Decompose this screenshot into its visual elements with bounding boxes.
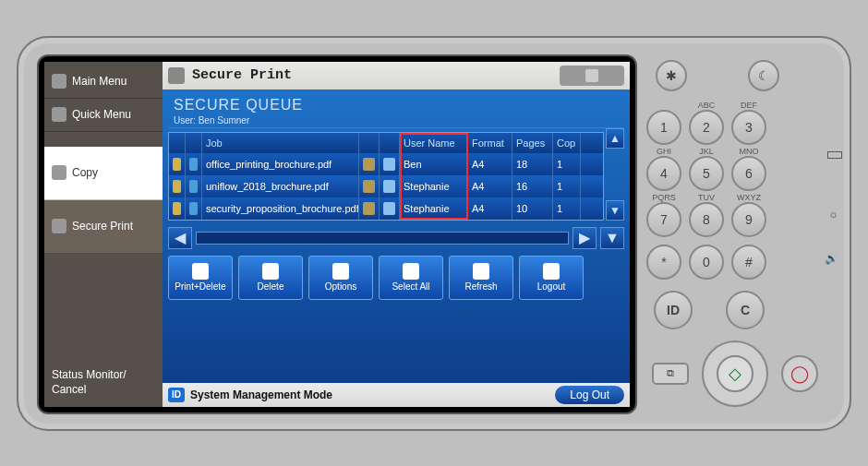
stop-key[interactable]: ◯ [781,355,818,392]
lock-icon [173,158,181,171]
logout-button[interactable]: Logout [519,256,584,300]
settings-key[interactable]: ✱ [656,60,687,91]
system-mode-label: System Management Mode [190,388,332,401]
key-letters-4: GHI [646,147,681,156]
cell-format: A4 [468,175,512,197]
user-icon [363,202,375,215]
key-3[interactable]: 3 [731,110,766,145]
cell-user: Stephanie [400,175,468,197]
clear-key[interactable]: C [726,291,765,329]
cell-copies: 1 [553,175,581,197]
refresh-button[interactable]: Refresh [449,256,513,300]
key-1[interactable]: 1 [646,110,681,145]
col-format: Format [468,133,512,153]
col-a [359,133,380,153]
scroll-left[interactable]: ◀ [168,227,192,249]
status-monitor-cancel[interactable]: Status Monitor/ Cancel [44,363,163,406]
btn-label: Logout [537,281,566,292]
cell-user: Ben [400,153,468,175]
sidebar-copy[interactable]: Copy [44,147,163,200]
start-dial[interactable]: ◇ [702,341,768,407]
sidebar-label: Secure Print [72,220,133,233]
scroll-up[interactable]: ▲ [606,128,624,149]
delete-button[interactable]: Delete [238,256,303,300]
sidebar-label: Quick Menu [72,108,131,121]
options-icon [332,263,349,280]
brightness-icon: ☼ [828,208,838,221]
options-button[interactable]: Options [308,256,373,300]
job-icon [189,180,198,193]
col-job: Job [202,133,359,153]
col-icon [186,133,202,153]
scroll-track[interactable] [196,232,569,245]
scroll-down-2[interactable]: ▼ [600,227,624,249]
user-icon [363,158,375,171]
key-letters-8: TUV [689,193,724,202]
start-key[interactable]: ◇ [717,355,753,392]
btn-label: Options [325,281,356,292]
system-logout-button[interactable]: Log Out [555,386,624,404]
cell-job: uniflow_2018_brochure.pdf [202,175,359,197]
secure-queue-panel: SECURE QUEUE User: Ben Sumner Job User N… [163,90,630,383]
col-copies: Cop [553,133,581,153]
key-star[interactable]: * [646,245,681,280]
user-line: User: Ben Sumner [168,115,624,128]
select-all-button[interactable]: Select All [379,256,443,300]
table-row[interactable]: office_printing_brochure.pdf Ben A4 18 1 [169,153,603,175]
battery-icon [827,151,842,159]
cell-pages: 10 [512,197,553,220]
counter-key[interactable]: ⧉ [652,363,689,385]
screen-bezel: Main Menu Quick Menu Copy Secure Print S… [37,54,637,414]
select-all-icon [403,263,419,280]
key-6[interactable]: 6 [731,156,766,191]
home-icon [52,74,66,89]
scroll-right[interactable]: ▶ [573,227,597,249]
touchscreen: Main Menu Quick Menu Copy Secure Print S… [44,62,630,407]
key-hash[interactable]: # [731,245,766,280]
table-header: Job User Name Format Pages Cop [169,133,603,153]
key-4[interactable]: 4 [646,156,681,191]
left-sidebar: Main Menu Quick Menu Copy Secure Print S… [44,62,163,407]
job-table: Job User Name Format Pages Cop [168,132,604,221]
btn-label: Delete [258,281,284,292]
action-bar: Print+Delete Delete Options Select All R… [168,256,624,304]
table-row[interactable]: uniflow_2018_brochure.pdf Stephanie A4 1… [169,175,603,197]
sidebar-secure-print[interactable]: Secure Print [44,200,163,254]
key-2[interactable]: 2 [689,110,724,145]
sidebar-quick-menu[interactable]: Quick Menu [44,99,163,132]
cell-copies: 1 [553,153,581,175]
col-user: User Name [400,133,468,153]
cell-pages: 18 [512,153,553,175]
key-5[interactable]: 5 [689,156,724,191]
id-key[interactable]: ID [654,291,693,329]
sidebar-main-menu[interactable]: Main Menu [44,66,163,99]
energy-key[interactable]: ☾ [748,60,779,91]
key-letters-5: JKL [689,147,724,156]
cell-job: security_proposition_brochure.pdf [202,197,359,220]
key-8[interactable]: 8 [689,202,724,237]
titlebar: Secure Print [163,62,630,90]
table-row[interactable]: security_proposition_brochure.pdf Stepha… [169,197,603,220]
col-b [380,133,400,153]
key-7[interactable]: 7 [646,202,681,237]
logout-icon [543,263,560,280]
quick-icon [52,107,66,122]
job-icon [189,158,198,171]
doc-icon [383,202,395,215]
id-badge-icon: ID [168,388,185,402]
scroll-down[interactable]: ▼ [606,200,624,221]
lock-icon [173,180,181,193]
titlebar-status[interactable] [560,66,624,86]
key-0[interactable]: 0 [689,245,724,280]
cell-job: office_printing_brochure.pdf [202,153,359,175]
key-9[interactable]: 9 [731,202,766,237]
sidebar-label: Main Menu [72,75,127,88]
volume-icon: 🔊 [825,252,838,265]
hardware-panel: ✱ ☾ ABC DEF 1 2 3 GHI JKL MNO 4 5 6 PQRS… [637,54,831,412]
cell-user: Stephanie [400,197,468,220]
job-icon [189,202,198,215]
col-check [169,133,186,153]
cell-pages: 16 [512,175,553,197]
content-area: Secure Print SECURE QUEUE User: Ben Sumn… [163,62,630,407]
print-delete-button[interactable]: Print+Delete [168,256,233,300]
